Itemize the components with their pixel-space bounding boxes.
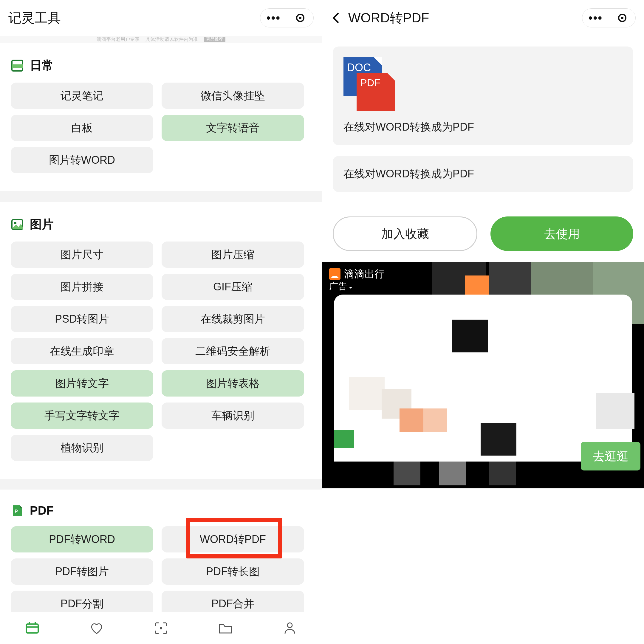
tool-item[interactable]: 图片转WORD: [11, 147, 153, 173]
ad-strip[interactable]: 滴滴平台老用户专享 具体活动请以软件内为准 商品推荐: [0, 36, 322, 43]
tool-item[interactable]: PDF转图片: [11, 558, 153, 585]
wechat-capsule[interactable]: •••: [260, 8, 314, 27]
svg-point-6: [160, 627, 162, 629]
tool-item[interactable]: 图片压缩: [162, 241, 304, 268]
ad-strip-text: 滴滴平台老用户专享: [97, 36, 140, 43]
image-icon: [11, 218, 24, 231]
ad-go-button[interactable]: 去逛逛: [581, 442, 640, 470]
section-title: 日常: [30, 57, 54, 74]
svg-point-7: [287, 623, 292, 628]
ad-brand: 滴滴出行: [329, 267, 385, 281]
tool-item[interactable]: 在线生成印章: [11, 338, 153, 364]
titlebar-left: 记灵工具 •••: [0, 0, 322, 36]
info-card-secondary: 在线对WORD转换成为PDF: [333, 156, 633, 192]
section-image: 图片 图片尺寸 图片压缩 图片拼接 GIF压缩 PSD转图片 在线裁剪图片 在线…: [0, 202, 322, 468]
folder-icon: [218, 620, 233, 636]
close-icon[interactable]: [287, 9, 314, 27]
tab-favorites[interactable]: [89, 620, 104, 636]
section-daily: 日常 记灵笔记 微信头像挂坠 白板 文字转语音 图片转WORD: [0, 43, 322, 180]
wechat-capsule[interactable]: •••: [582, 8, 636, 27]
ad-strip-text: 具体活动请以软件内为准: [145, 36, 198, 43]
info-desc: 在线对WORD转换成为PDF: [343, 167, 623, 181]
tool-item[interactable]: 植物识别: [11, 435, 153, 461]
app-title: 记灵工具: [8, 9, 260, 27]
tool-item[interactable]: 图片尺寸: [11, 241, 153, 268]
info-desc: 在线对WORD转换成为PDF: [343, 120, 623, 134]
tool-item[interactable]: GIF压缩: [162, 274, 304, 300]
tab-camera[interactable]: [153, 620, 169, 636]
svg-point-3: [14, 222, 16, 224]
tool-item[interactable]: 图片转文字: [11, 370, 153, 397]
pdf-tile: PDF: [357, 73, 395, 111]
section-title: 图片: [30, 216, 54, 233]
tool-item[interactable]: 微信头像挂坠: [162, 83, 304, 109]
use-button[interactable]: 去使用: [490, 216, 633, 251]
didi-logo-icon: [329, 268, 340, 280]
tool-item[interactable]: 文字转语音: [162, 115, 304, 141]
tab-profile[interactable]: [282, 620, 298, 636]
tool-item[interactable]: 车辆识别: [162, 403, 304, 429]
section-title: PDF: [30, 504, 54, 517]
daily-icon: [11, 59, 24, 72]
tool-item[interactable]: 在线裁剪图片: [162, 306, 304, 332]
tool-item[interactable]: PDF转长图: [162, 558, 304, 585]
user-icon: [282, 620, 298, 636]
chevron-left-icon: [332, 12, 341, 24]
info-card-main: DOC PDF 在线对WORD转换成为PDF: [333, 47, 633, 145]
ad-label[interactable]: 广告: [329, 280, 352, 292]
screen-word-to-pdf-detail: WORD转PDF ••• DOC PDF 在线对WORD转换成为PDF 在线对W…: [322, 0, 644, 644]
tool-item[interactable]: 图片拼接: [11, 274, 153, 300]
favorite-button[interactable]: 加入收藏: [333, 216, 477, 251]
tool-item[interactable]: 二维码安全解析: [162, 338, 304, 364]
section-header: 图片: [0, 202, 322, 241]
menu-icon[interactable]: •••: [582, 9, 609, 27]
back-button[interactable]: [330, 12, 342, 24]
tool-item[interactable]: 记灵笔记: [11, 83, 153, 109]
tool-item[interactable]: 手写文字转文字: [11, 403, 153, 429]
svg-rect-1: [12, 64, 23, 68]
svg-text:P: P: [15, 509, 18, 514]
tab-files[interactable]: [218, 620, 233, 636]
doc-pdf-illustration: DOC PDF: [343, 57, 391, 111]
heart-icon: [89, 620, 104, 636]
section-header: P PDF: [0, 490, 322, 526]
page-title: WORD转PDF: [348, 9, 582, 27]
pdf-icon: P: [11, 504, 24, 517]
svg-rect-5: [26, 624, 38, 633]
tool-item[interactable]: 图片转表格: [162, 370, 304, 397]
screen-tool-list: 记灵工具 ••• 滴滴平台老用户专享 具体活动请以软件内为准 商品推荐 日常: [0, 0, 322, 644]
menu-icon[interactable]: •••: [260, 9, 287, 27]
camera-icon: [153, 620, 169, 636]
close-icon[interactable]: [609, 9, 636, 27]
tools-icon: [24, 620, 40, 636]
tab-tools[interactable]: [24, 620, 40, 636]
ad-panel[interactable]: 滴滴出行 广告 去逛逛: [322, 262, 644, 488]
tool-item[interactable]: 白板: [11, 115, 153, 141]
tool-item[interactable]: PSD转图片: [11, 306, 153, 332]
action-row: 加入收藏 去使用: [322, 213, 644, 262]
section-header: 日常: [0, 43, 322, 83]
titlebar-right: WORD转PDF •••: [322, 0, 644, 36]
ad-strip-tag: 商品推荐: [204, 37, 225, 42]
tool-item[interactable]: PDF转WORD: [11, 526, 153, 552]
tool-item-word-to-pdf[interactable]: WORD转PDF: [162, 526, 304, 552]
tabbar: [0, 612, 322, 644]
section-pdf: P PDF PDF转WORD WORD转PDF PDF转图片 PDF转长图 PD…: [0, 490, 322, 624]
